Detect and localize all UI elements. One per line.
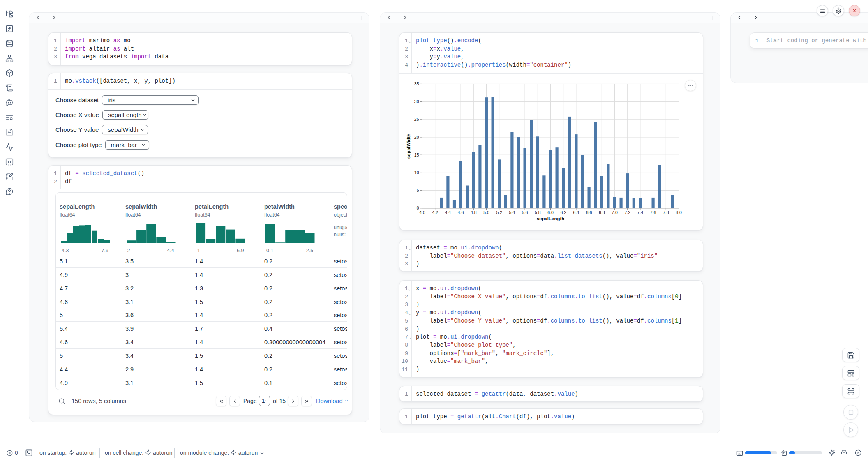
svg-text:4.2: 4.2 (432, 210, 438, 215)
svg-text:5.2: 5.2 (496, 210, 502, 215)
svg-text:6.6: 6.6 (586, 210, 592, 215)
svg-text:4.6: 4.6 (458, 210, 464, 215)
svg-text:5.8: 5.8 (535, 210, 541, 215)
svg-text:6.0: 6.0 (547, 210, 554, 215)
svg-text:6.8: 6.8 (599, 210, 605, 215)
svg-text:5.0: 5.0 (483, 210, 489, 215)
svg-text:7.4: 7.4 (637, 210, 644, 215)
svg-text:15: 15 (414, 152, 419, 157)
svg-text:7.0: 7.0 (612, 210, 618, 215)
svg-text:5.4: 5.4 (509, 210, 515, 215)
svg-text:10: 10 (414, 170, 419, 175)
svg-text:25: 25 (414, 117, 419, 122)
svg-text:7.2: 7.2 (624, 210, 630, 215)
svg-text:5: 5 (417, 188, 419, 193)
svg-text:30: 30 (414, 99, 419, 104)
svg-text:7.8: 7.8 (663, 210, 669, 215)
svg-text:6.4: 6.4 (573, 210, 579, 215)
svg-text:20: 20 (414, 135, 419, 140)
svg-text:4.4: 4.4 (445, 210, 451, 215)
svg-text:8.0: 8.0 (676, 210, 682, 215)
svg-text:35: 35 (414, 81, 419, 86)
svg-text:sepalLength: sepalLength (537, 216, 565, 221)
svg-text:sepalWidth: sepalWidth (406, 134, 411, 159)
svg-text:0: 0 (417, 205, 419, 210)
svg-text:4.0: 4.0 (419, 210, 425, 215)
svg-text:4.8: 4.8 (471, 210, 477, 215)
svg-text:6.2: 6.2 (560, 210, 566, 215)
svg-text:7.6: 7.6 (650, 210, 656, 215)
svg-text:5.6: 5.6 (522, 210, 528, 215)
